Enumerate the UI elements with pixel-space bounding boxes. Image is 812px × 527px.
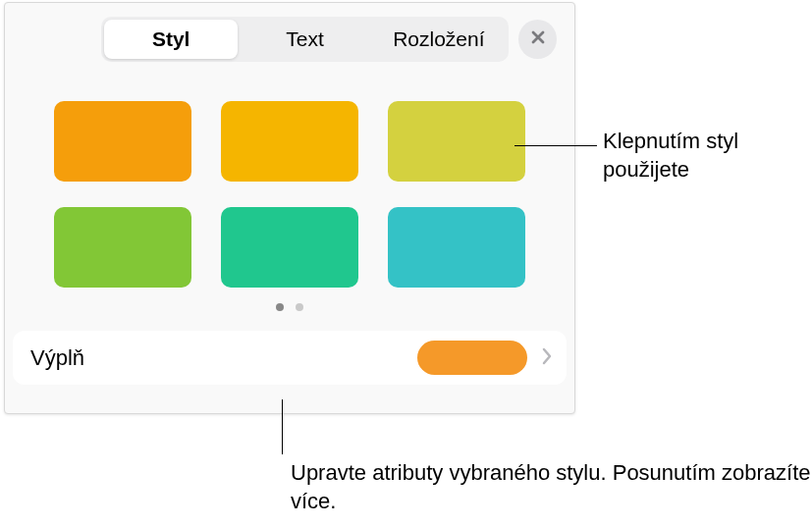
callout-line-2 xyxy=(282,399,283,454)
tab-layout[interactable]: Rozložení xyxy=(372,20,506,59)
page-indicator xyxy=(54,303,525,311)
style-swatch-green[interactable] xyxy=(54,207,191,288)
segmented-control: Styl Text Rozložení xyxy=(101,17,509,62)
panel-header: Styl Text Rozložení xyxy=(5,3,574,72)
callout-edit-attributes: Upravte atributy vybraného stylu. Posunu… xyxy=(291,459,812,515)
style-swatch-grid xyxy=(54,101,525,288)
style-swatch-area xyxy=(5,72,574,321)
format-panel: Styl Text Rozložení Výplň xyxy=(4,2,575,414)
callout-apply-style: Klepnutím styl použijete xyxy=(603,128,812,184)
callout-line-1 xyxy=(514,145,597,146)
style-swatch-olive[interactable] xyxy=(388,101,525,182)
style-swatch-orange[interactable] xyxy=(54,101,191,182)
tab-style[interactable]: Styl xyxy=(104,20,238,59)
page-dot-1[interactable] xyxy=(276,303,284,311)
chevron-right-icon xyxy=(541,347,553,369)
style-swatch-amber[interactable] xyxy=(221,101,358,182)
fill-row[interactable]: Výplň xyxy=(13,331,567,385)
close-icon xyxy=(529,28,547,50)
close-button[interactable] xyxy=(518,20,557,59)
fill-label: Výplň xyxy=(30,345,417,371)
page-dot-2[interactable] xyxy=(296,303,303,311)
style-swatch-teal[interactable] xyxy=(221,207,358,288)
fill-color-preview xyxy=(417,341,527,375)
tab-text[interactable]: Text xyxy=(238,20,371,59)
style-swatch-cyan[interactable] xyxy=(388,207,525,288)
